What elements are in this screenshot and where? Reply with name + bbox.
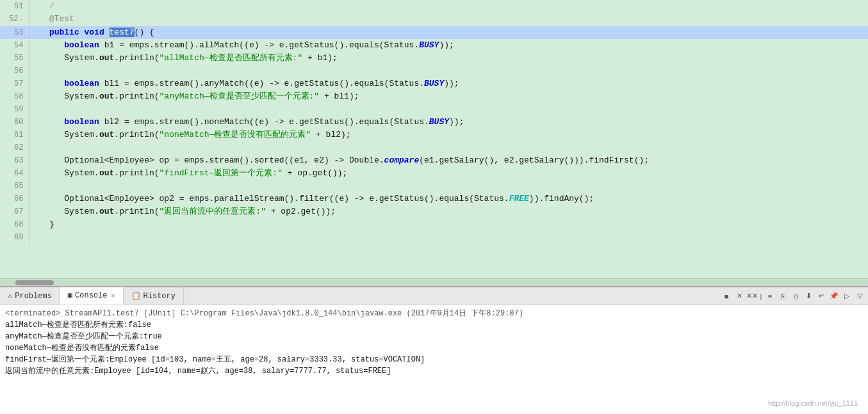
line-content: } [29,218,868,231]
tab-history[interactable]: 📋 History [124,287,184,305]
tab-console-label: Console [75,291,107,300]
watermark: http://blog.csdn.net/yjc_1111 [768,397,858,409]
line-content: Optional<Employee> op = emps.stream().so… [29,154,868,167]
line-content: System.out.println("返回当前流中的任意元素:" + op2.… [29,205,868,218]
line-content: boolean b1 = emps.stream().allMatch((e) … [29,39,868,52]
table-row: 63 Optional<Employee> op = emps.stream()… [0,154,868,167]
console-close-icon[interactable]: ✕ [111,292,115,299]
table-row: 64 System.out.println("findFirst—返回第一个元素… [0,167,868,180]
table-row: 59 [0,103,868,116]
console-icon: ▣ [68,291,72,300]
word-wrap-button[interactable]: ↵ [815,291,827,302]
line-number: 57 [0,77,29,90]
line-content [29,103,868,116]
table-row: 62 [0,141,868,154]
line-number: 51 [0,0,29,13]
code-editor: 51 / 52- @Test 53 public void test7() { … [0,0,868,286]
table-row: 68 } [0,218,868,231]
line-number: 66 [0,193,29,205]
separator1: | [759,291,763,302]
line-number: 67 [0,205,29,218]
table-row: 60 boolean bl2 = emps.stream().noneMatch… [0,116,868,129]
table-row: 54 boolean b1 = emps.stream().allMatch((… [0,39,868,52]
history-icon: 📋 [131,291,141,301]
line-number: 65 [0,180,29,193]
paste-button[interactable]: ⎙ [790,291,801,302]
line-content: boolean bl2 = emps.stream().noneMatch((e… [29,116,868,129]
line-number: 55 [0,52,29,65]
scrollbar-thumb[interactable] [15,280,54,285]
table-row: 57 boolean bl1 = emps.stream().anyMatch(… [0,77,868,90]
line-number: 69 [0,231,29,244]
line-number: 63 [0,154,29,167]
pin-button[interactable]: 📌 [828,291,840,302]
clear-console-button[interactable]: ≡ [764,291,776,302]
table-row: 51 / [0,0,868,13]
table-row: 69 [0,231,868,244]
table-row: 66 Optional<Employee> op2 = emps.paralle… [0,193,868,205]
table-row: 55 System.out.println("allMatch—检查是否匹配所有… [0,52,868,65]
console-line-5: 返回当前流中的任意元素:Employee [id=104, name=赵六, a… [5,365,863,377]
tab-console[interactable]: ▣ Console ✕ [60,287,124,305]
table-row: 65 [0,180,868,193]
line-content [29,180,868,193]
console-line-4: findFirst—返回第一个元素:Employee [id=103, name… [5,354,863,365]
code-table: 51 / 52- @Test 53 public void test7() { … [0,0,868,244]
line-content [29,231,868,244]
line-content: Optional<Employee> op2 = emps.parallelSt… [29,193,868,205]
line-number: 64 [0,167,29,180]
line-number: 59 [0,103,29,116]
console-toolbar: ■ ✕ ✕✕ | ≡ ⎘ ⎙ ⬇ ↵ 📌 ▷ ▽ [721,287,868,305]
terminate-button[interactable]: ■ [721,291,732,302]
line-number: 68 [0,218,29,231]
line-number: 61 [0,129,29,141]
line-content [29,141,868,154]
line-content: System.out.println("anyMatch—检查是否至少匹配一个元… [29,90,868,103]
line-content: System.out.println("allMatch—检查是否匹配所有元素:… [29,52,868,65]
line-content: / [29,0,868,13]
console-line-3: noneMatch—检查是否没有匹配的元素false [5,342,863,354]
line-number: 60 [0,116,29,129]
tab-problems[interactable]: ⚠ Problems [0,287,60,305]
table-row: 52- @Test [0,13,868,26]
line-content: System.out.println("findFirst—返回第一个元素:" … [29,167,868,180]
tab-history-label: History [143,292,176,301]
tab-bar: ⚠ Problems ▣ Console ✕ 📋 History ■ ✕ ✕✕ … [0,287,868,305]
line-content: @Test [29,13,868,26]
expand-button[interactable]: ▷ [841,291,853,302]
console-output: <terminated> StreamAPI1.test7 [JUnit] C:… [0,305,868,414]
view-menu-button[interactable]: ▽ [854,291,865,302]
line-number: 52- [0,13,29,26]
console-terminated-line: <terminated> StreamAPI1.test7 [JUnit] C:… [5,308,863,319]
line-number: 54 [0,39,29,52]
editor-scrollbar[interactable] [0,278,868,286]
line-content: boolean bl1 = emps.stream().anyMatch((e)… [29,77,868,90]
scroll-end-button[interactable]: ⬇ [803,291,814,302]
line-content: public void test7() { [29,26,868,39]
code-content: 51 / 52- @Test 53 public void test7() { … [0,0,868,278]
line-number: 58 [0,90,29,103]
table-row: 56 [0,65,868,77]
table-row: 67 System.out.println("返回当前流中的任意元素:" + o… [0,205,868,218]
remove-all-button[interactable]: ✕✕ [746,291,758,302]
line-number: 53 [0,26,29,39]
line-content [29,65,868,77]
bottom-panel: ⚠ Problems ▣ Console ✕ 📋 History ■ ✕ ✕✕ … [0,286,868,414]
line-number: 62 [0,141,29,154]
tab-problems-label: Problems [15,292,52,301]
console-line-2: anyMatch—检查是否至少匹配一个元素:true [5,331,863,342]
problems-icon: ⚠ [8,291,12,301]
table-row: 58 System.out.println("anyMatch—检查是否至少匹配… [0,90,868,103]
line-number: 56 [0,65,29,77]
console-line-1: allMatch—检查是否匹配所有元素:false [5,319,863,331]
table-row: 61 System.out.println("noneMatch—检查是否没有匹… [0,129,868,141]
line-content: System.out.println("noneMatch—检查是否没有匹配的元… [29,129,868,141]
table-row: 53 public void test7() { [0,26,868,39]
copy-button[interactable]: ⎘ [777,291,789,302]
remove-button[interactable]: ✕ [733,291,745,302]
